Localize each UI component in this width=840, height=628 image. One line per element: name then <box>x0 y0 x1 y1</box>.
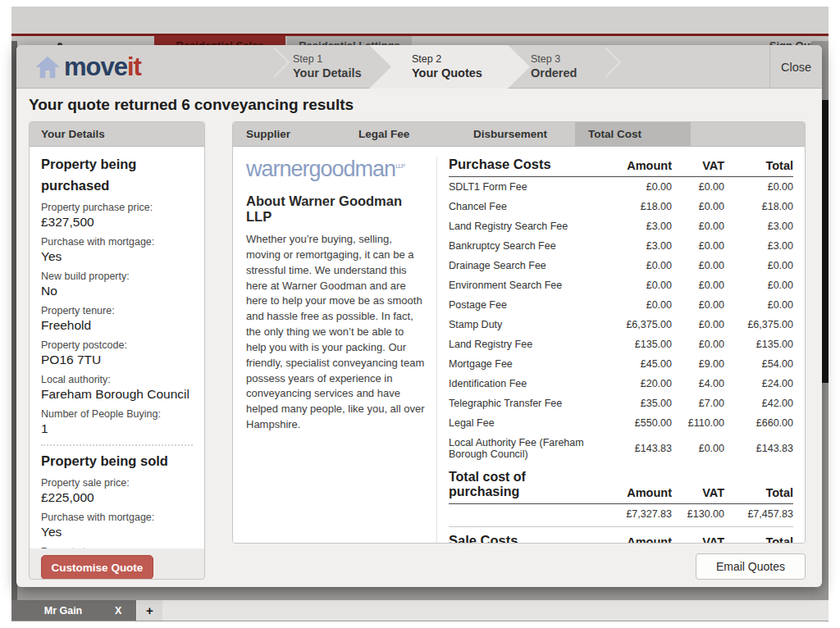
fee-label: Local Authority Fee (Fareham Borough Cou… <box>449 437 596 460</box>
fee-vat: £110.00 <box>672 417 724 429</box>
new-tab-button[interactable]: + <box>137 600 162 621</box>
detail-label: Property tenure: <box>41 304 193 317</box>
cost-row: Legal Fee £550.00 £110.00 £660.00 <box>449 413 793 433</box>
detail-item: Property tenure: Freehold <box>41 304 193 334</box>
tab-legal-fee[interactable]: Legal Fee <box>345 122 460 146</box>
detail-value: Yes <box>41 248 193 265</box>
cost-row: Chancel Fee £18.00 £0.00 £18.00 <box>449 197 793 216</box>
section-title-purchased: Property being purchased <box>41 153 193 196</box>
supplier-about-text: Whether you’re buying, selling, moving o… <box>246 232 425 433</box>
fee-total: £660.00 <box>724 417 793 429</box>
step-1[interactable]: Step 1 Your Details <box>293 52 362 81</box>
modal-header: moveit Step 1 Your Details Step 2 Your Q… <box>16 45 822 89</box>
step-3[interactable]: Step 3 Ordered <box>531 52 577 81</box>
column-amount: Amount <box>596 159 672 172</box>
section-title-sold: Property being sold <box>41 450 193 471</box>
results-column-tabs: Supplier Legal Fee Disbursement Total Co… <box>233 122 805 147</box>
detail-label: New build property: <box>41 270 193 283</box>
fee-label: Bankruptcy Search Fee <box>449 240 596 252</box>
fee-amount: £135.00 <box>596 339 672 350</box>
supplier-column: warnergoodmanLLP About Warner Goodman LL… <box>246 157 436 544</box>
sale-costs-header: Sale Costs Amount VAT Total <box>449 533 793 544</box>
column-vat: VAT <box>672 159 724 172</box>
fee-total: £135.00 <box>724 339 793 350</box>
fee-label: Identification Fee <box>449 378 596 389</box>
customise-quote-button[interactable]: Customise Quote <box>41 555 153 580</box>
step-3-number: Step 3 <box>531 52 577 66</box>
session-tab-close-icon[interactable]: X <box>115 605 136 617</box>
heading-prefix: Your quote returned <box>29 96 177 113</box>
detail-value: £225,000 <box>41 489 193 506</box>
moveit-house-icon <box>34 54 61 80</box>
fee-vat: £0.00 <box>672 280 724 291</box>
column-total: Total <box>724 159 793 172</box>
cost-row: Bankruptcy Search Fee £3.00 £0.00 £3.00 <box>449 236 793 256</box>
quote-result-panel: Supplier Legal Fee Disbursement Total Co… <box>232 121 806 544</box>
moveit-logo: moveit <box>34 52 141 82</box>
fee-vat: £0.00 <box>672 201 724 212</box>
fee-amount: £20.00 <box>596 378 672 389</box>
detail-label: Purchase with mortgage: <box>41 511 193 524</box>
cost-row: Land Registry Fee £135.00 £0.00 £135.00 <box>449 334 793 354</box>
detail-item: Purchase with mortgage: Yes <box>41 235 193 265</box>
your-details-header: Your Details <box>30 122 204 147</box>
fee-vat: £9.00 <box>672 358 724 370</box>
fee-total: £0.00 <box>724 280 793 291</box>
detail-value: Yes <box>41 524 193 540</box>
detail-label: Property sale price: <box>41 476 193 489</box>
logo-text-it: it <box>127 52 141 82</box>
cost-row: Mortgage Fee £45.00 £9.00 £54.00 <box>449 354 793 374</box>
fee-amount: £0.00 <box>596 299 672 311</box>
cost-row: Identification Fee £20.00 £4.00 £24.00 <box>449 374 793 394</box>
column-amount: Amount <box>596 486 672 499</box>
step-2-active[interactable]: Step 2 Your Quotes <box>369 45 530 89</box>
detail-value: 1 <box>41 421 193 437</box>
total-amount: £7,327.83 <box>596 508 672 520</box>
results-body: warnergoodmanLLP About Warner Goodman LL… <box>233 147 805 544</box>
close-button[interactable]: Close <box>769 45 822 89</box>
fee-amount: £18.00 <box>596 201 672 212</box>
detail-value: PO16 7TU <box>41 352 193 368</box>
total-total: £7,457.83 <box>724 508 793 520</box>
costs-column: Purchase Costs Amount VAT Total SDLT1 Fo… <box>436 157 793 544</box>
fee-total: £3.00 <box>724 221 793 232</box>
step-2-number: Step 2 <box>412 52 530 66</box>
results-heading: Your quote returned6conveyancing results <box>29 96 354 114</box>
heading-suffix: conveyancing results <box>194 96 354 113</box>
detail-value: No <box>41 283 193 299</box>
purchase-cost-rows: SDLT1 Form Fee £0.00 £0.00 £0.00 Chancel… <box>449 177 793 464</box>
fee-vat: £0.00 <box>672 299 724 311</box>
detail-item: Number of People Buying: 1 <box>41 407 193 437</box>
fee-vat: £0.00 <box>672 221 724 232</box>
fee-label: SDLT1 Form Fee <box>449 181 596 193</box>
fee-vat: £0.00 <box>672 260 724 271</box>
your-details-body: Property being purchased Property purcha… <box>30 147 204 548</box>
result-count: 6 <box>181 96 190 113</box>
fee-vat: £0.00 <box>672 443 724 454</box>
fee-vat: £0.00 <box>672 181 724 193</box>
fee-total: £54.00 <box>724 358 793 370</box>
fee-amount: £3.00 <box>596 221 672 232</box>
column-total: Total <box>724 486 793 499</box>
detail-item: Property postcode: PO16 7TU <box>41 339 193 368</box>
detail-value: £327,500 <box>41 214 193 230</box>
detail-value: Freehold <box>41 317 193 334</box>
fee-vat: £0.00 <box>672 339 724 350</box>
email-quotes-button[interactable]: Email Quotes <box>696 553 806 580</box>
fee-label: Postage Fee <box>449 299 596 311</box>
session-tab-mr-gain[interactable]: Mr Gain X <box>11 600 136 621</box>
fee-amount: £35.00 <box>596 398 672 409</box>
fee-label: Mortgage Fee <box>449 358 596 370</box>
chevron-separator-icon <box>591 48 622 78</box>
cost-row: Postage Fee £0.00 £0.00 £0.00 <box>449 295 793 315</box>
step-2-label: Your Quotes <box>412 66 530 81</box>
fee-vat: £4.00 <box>672 378 724 389</box>
fee-amount: £550.00 <box>596 417 672 429</box>
tab-supplier[interactable]: Supplier <box>233 122 345 146</box>
column-amount: Amount <box>596 535 672 544</box>
total-vat: £130.00 <box>672 508 724 520</box>
fee-amount: £143.83 <box>596 443 672 454</box>
tab-disbursement[interactable]: Disbursement <box>460 122 575 146</box>
step-3-label: Ordered <box>531 66 577 81</box>
tab-total-cost[interactable]: Total Cost <box>575 122 691 146</box>
